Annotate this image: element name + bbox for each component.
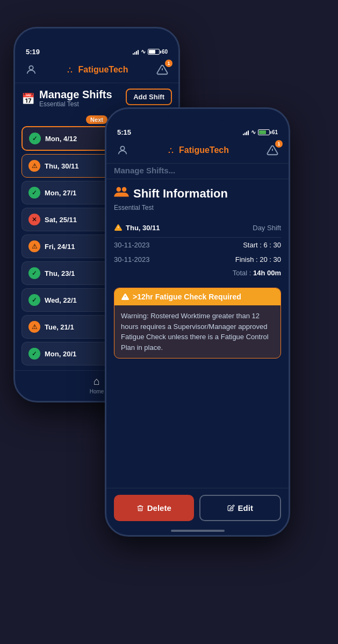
svg-point-7 (122, 187, 127, 192)
page-title-row-back: 📅 Manage Shifts Essential Test Add Shift (21, 89, 172, 108)
back-page-subtitle: Essential Test (39, 100, 112, 108)
svg-point-3 (120, 147, 124, 150)
warning-card-body: Warning: Rostered Worktime greater than … (114, 305, 281, 358)
next-bubble: Next (86, 115, 107, 124)
status-right-front: ∿ 61 (243, 129, 278, 136)
alert-icon-btn-front[interactable]: 1 (264, 142, 281, 159)
info-shift-row: Thu, 30/11 Day Shift (114, 218, 281, 238)
logo-back: ⛬ FatigueTech (65, 64, 128, 76)
page-content-front: Shift Information Essential Test Thu, 30… (106, 179, 289, 488)
shift-info-subtitle: Essential Test (114, 204, 281, 211)
user-icon-btn-back[interactable] (23, 61, 40, 78)
status-icon-2: ✓ (28, 187, 40, 199)
people-icon (114, 186, 129, 202)
svg-point-0 (29, 66, 33, 70)
front-phone: 5:15 ∿ 61 ⛬ FatigueTech (105, 107, 290, 537)
home-indicator-front (171, 530, 225, 532)
nav-home-back[interactable]: ⌂ Home (90, 375, 104, 394)
status-icon-6: ✓ (28, 294, 40, 306)
battery-label-front: 61 (272, 129, 278, 135)
status-icon-7: ⚠ (28, 321, 40, 333)
svg-point-6 (117, 187, 121, 192)
time-front: 5:15 (117, 128, 131, 136)
total-value: 14h 00m (253, 269, 281, 277)
info-shift-left: Thu, 30/11 (114, 223, 160, 232)
warning-header-text: >12hr Fatigue Check Required (133, 292, 241, 301)
home-icon-back: ⌂ (94, 375, 100, 387)
info-start-value: Start : 6 : 30 (243, 241, 281, 249)
warning-card: >12hr Fatigue Check Required Warning: Ro… (114, 288, 281, 358)
info-date-row-1: 30-11-2023 Finish : 20 : 30 (114, 252, 281, 267)
partial-header: Manage Shifts... (106, 164, 289, 179)
logo-icon-back: ⛬ (65, 64, 75, 76)
calendar-icon: 📅 (21, 92, 35, 105)
status-icon-5: ✓ (28, 267, 40, 279)
status-icon-8: ✓ (28, 348, 40, 360)
status-icon-1: ⚠ (28, 160, 40, 172)
status-right-back: ∿ 60 (133, 48, 168, 55)
shift-info-title: Shift Information (133, 187, 228, 201)
bottom-buttons: Delete Edit (106, 488, 289, 530)
nav-home-label-back: Home (90, 389, 104, 394)
warning-card-header: >12hr Fatigue Check Required (114, 288, 281, 305)
logo-icon-front: ⛬ (166, 145, 176, 156)
logo-text-front: FatigueTech (179, 145, 229, 155)
pencil-icon (227, 504, 235, 512)
info-total-row: Total : 14h 00m (114, 267, 281, 282)
time-back: 5:19 (26, 48, 40, 56)
delete-label: Delete (147, 503, 171, 513)
battery-icon-front (258, 129, 270, 135)
info-finish-value: Finish : 20 : 30 (235, 255, 281, 264)
wifi-icon-front: ∿ (251, 129, 256, 136)
edit-label: Edit (238, 503, 253, 513)
info-date-label-1: 30-11-2023 (114, 255, 150, 264)
delete-button[interactable]: Delete (114, 495, 194, 521)
app-header-front: ⛬ FatigueTech 1 (106, 138, 289, 164)
info-shift-type: Day Shift (253, 224, 281, 232)
trash-icon (136, 504, 144, 512)
shift-info-header: Shift Information (114, 186, 281, 202)
status-bar-back: 5:19 ∿ 60 (15, 43, 178, 58)
battery-label-back: 60 (162, 49, 168, 55)
alert-icon-btn-back[interactable]: 1 (154, 61, 171, 78)
info-shift-date: Thu, 30/11 (126, 224, 160, 232)
back-page-title: Manage Shifts (39, 89, 112, 100)
battery-icon (148, 49, 160, 55)
signal-icon-front (243, 130, 249, 135)
total-label: Total : (233, 269, 253, 277)
info-date-label-0: 30-11-2023 (114, 241, 150, 249)
warning-small-icon (114, 223, 123, 232)
wifi-icon: ∿ (141, 48, 146, 55)
signal-icon (133, 49, 139, 55)
status-icon-0: ✓ (29, 133, 41, 144)
status-icon-4: ⚠ (28, 240, 40, 252)
info-date-row-0: 30-11-2023 Start : 6 : 30 (114, 238, 281, 252)
add-shift-button[interactable]: Add Shift (126, 89, 172, 105)
page-title-left: 📅 Manage Shifts Essential Test (21, 89, 112, 108)
logo-front: ⛬ FatigueTech (166, 145, 229, 156)
partial-header-text: Manage Shifts... (114, 166, 175, 175)
status-icon-3: ✕ (28, 214, 40, 225)
app-header-back: ⛬ FatigueTech 1 (15, 58, 178, 83)
alert-badge-front: 1 (275, 140, 283, 148)
warning-card-icon (121, 292, 130, 301)
status-bar-front: 5:15 ∿ 61 (106, 124, 289, 138)
logo-text-back: FatigueTech (78, 65, 128, 75)
alert-badge-back: 1 (165, 60, 172, 67)
user-icon-btn-front[interactable] (114, 142, 131, 159)
edit-button[interactable]: Edit (199, 495, 282, 521)
